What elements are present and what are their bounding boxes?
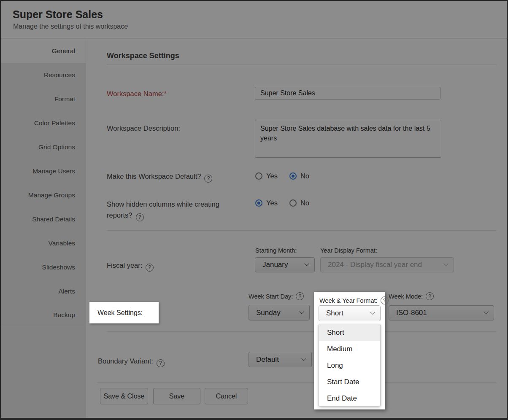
dropdown-option-end-date[interactable]: End Date [319,390,380,407]
workspace-settings-page: Super Store Sales Manage the settings of… [0,0,508,420]
dropdown-option-long[interactable]: Long [319,357,380,374]
dropdown-option-start-date[interactable]: Start Date [319,374,380,390]
week-year-format-select[interactable]: Short [319,305,381,321]
week-year-format-label: Week & Year Format:? [319,296,389,304]
dropdown-option-medium[interactable]: Medium [319,341,380,357]
dim-overlay [1,1,507,418]
chevron-down-icon [370,310,375,315]
help-icon[interactable]: ? [381,296,389,304]
week-year-format-spotlight: Week & Year Format:? Short Short Medium … [314,292,385,409]
week-settings-label: Week Settings: [97,309,143,317]
week-year-format-dropdown-menu: Short Medium Long Start Date End Date [319,324,381,407]
dropdown-option-short[interactable]: Short [319,324,380,341]
week-settings-spotlight: Week Settings: [89,302,159,323]
